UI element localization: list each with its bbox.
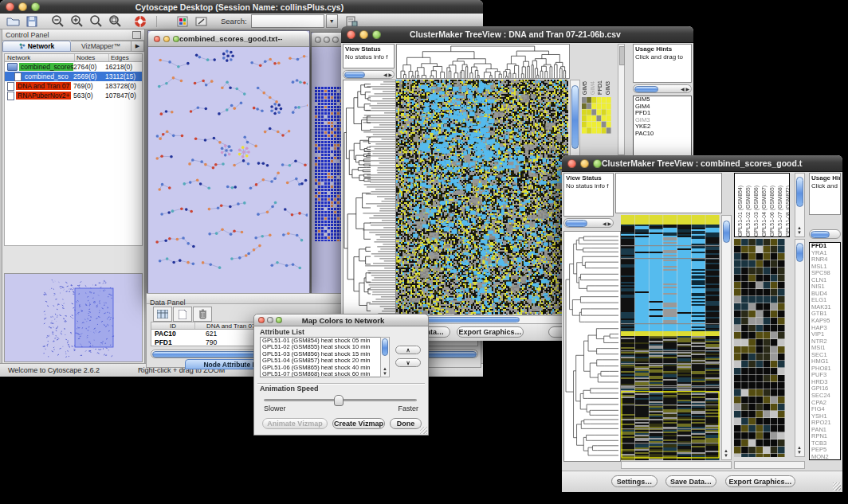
tab-network[interactable]: Network [2, 41, 71, 52]
main-titlebar[interactable]: Cytoscape Desktop (Session Name: collins… [0, 0, 483, 14]
done-button[interactable]: Done [390, 418, 422, 429]
zoom-button[interactable] [276, 317, 282, 323]
tv1-zoom-vscrollbar[interactable] [618, 44, 625, 155]
animate-vizmap-button[interactable]: Animate Vizmap [262, 418, 328, 429]
annotation-icon[interactable] [192, 14, 211, 29]
minimize-button[interactable] [18, 2, 27, 11]
tv2-zoom-vscrollbar[interactable]: ▲▼ [795, 239, 805, 457]
tv1-usage-scrollbar[interactable]: ◀ ▶ [633, 84, 692, 93]
delete-attribute-trash-icon[interactable] [193, 307, 212, 322]
settings-button[interactable]: Settings… [611, 475, 658, 487]
resize-grip[interactable] [420, 427, 427, 434]
treeview2-titlebar[interactable]: ClusterMaker TreeView : combined_scores_… [562, 155, 842, 172]
column-label[interactable]: GIM3 [605, 81, 612, 95]
create-vizmap-button[interactable]: Create Vizmap [332, 418, 385, 429]
tv1-heatmap[interactable] [396, 80, 568, 315]
move-up-button[interactable]: ∧ [395, 346, 421, 354]
resize-grip[interactable] [833, 483, 841, 490]
tv2-genelist-hscrollbar[interactable] [809, 229, 841, 239]
search-input[interactable] [251, 14, 324, 28]
gene-name[interactable]: MON2 [810, 454, 840, 460]
zoom-in-icon[interactable] [67, 14, 86, 29]
export-graphics-button[interactable]: Export Graphics… [457, 326, 524, 338]
tv2-heat-hscrollbar[interactable] [621, 461, 732, 469]
close-button[interactable] [567, 159, 576, 168]
search-dropdown-icon[interactable]: ▼ [326, 14, 338, 28]
animation-speed-slider[interactable] [264, 394, 417, 405]
vizmapper-icon[interactable] [173, 14, 192, 29]
tv2-labels-vscrollbar[interactable]: ▲▼ [795, 173, 805, 237]
tab-overflow-arrow[interactable]: ▶ [132, 41, 144, 52]
column-label[interactable]: GIM5 [582, 81, 589, 95]
network-view-titlebar[interactable]: combined_scores_good.txt--cluste… [148, 31, 309, 47]
network-overview-panel[interactable] [4, 273, 143, 362]
zoom-fit-icon[interactable] [86, 14, 105, 29]
minimize-button[interactable] [359, 30, 368, 39]
float-panel-icon[interactable] [132, 31, 141, 39]
column-label[interactable]: GPL51-06 (GSM865) [768, 186, 775, 236]
new-attribute-icon[interactable] [173, 307, 192, 322]
move-down-button[interactable]: ∨ [395, 358, 421, 367]
column-label[interactable]: GPL51-02 (GSM855) [744, 186, 752, 236]
zoom-selected-icon[interactable] [105, 14, 124, 29]
tv1-row-dendrogram[interactable] [343, 80, 396, 316]
tv2-zoom-heatmap[interactable] [734, 239, 785, 457]
minimize-button[interactable] [324, 37, 330, 43]
table-mode-icon[interactable] [153, 307, 172, 322]
close-button[interactable] [6, 2, 14, 11]
minimize-button[interactable] [163, 36, 170, 42]
col-header-edges[interactable]: Edges [109, 54, 142, 61]
document-icon [7, 92, 14, 100]
column-label[interactable]: GIM4 [590, 81, 597, 95]
treeview1-titlebar[interactable]: ClusterMaker TreeView : DNA and Tran 07-… [341, 26, 693, 43]
export-graphics-button[interactable]: Export Graphics… [725, 475, 795, 487]
data-col-id[interactable]: ID [151, 322, 195, 329]
zoom-button[interactable] [593, 159, 602, 168]
tv2-zoom-hscrollbar[interactable] [734, 461, 805, 469]
close-button[interactable] [154, 36, 160, 42]
column-label[interactable]: GPL51-03 (GSM856) [752, 186, 760, 236]
tv1-column-dendrogram[interactable] [396, 44, 570, 79]
zoom-button[interactable] [372, 30, 381, 39]
column-label[interactable]: PFD1 [597, 80, 604, 95]
tv2-row-dendrogram[interactable] [563, 231, 621, 462]
minimize-button[interactable] [580, 159, 589, 168]
zoom-button[interactable] [332, 37, 339, 43]
attribute-item[interactable]: GPL51-07 (GSM868) heat shock 60 min [261, 371, 380, 377]
save-data-button[interactable]: Save Data… [665, 475, 716, 487]
slider-thumb[interactable] [334, 395, 344, 406]
close-button[interactable] [315, 37, 321, 43]
tv1-status-scrollbar[interactable]: ◀ ▶ [343, 70, 395, 79]
zoom-button[interactable] [31, 2, 40, 11]
dense-network-grid[interactable] [315, 87, 342, 241]
tv2-column-dendrogram[interactable] [615, 173, 722, 213]
tv2-heatmap[interactable] [621, 215, 720, 460]
network-list-row[interactable]: DNA and Tran 07 769(0) 183728(0) [5, 81, 142, 91]
network-list-row[interactable]: combined_sco 2569(6) 13112(15) [5, 72, 142, 81]
tab-vizmapper[interactable]: VizMapper™ [71, 41, 132, 52]
column-label[interactable]: GPL51-04 (GSM857) [760, 186, 768, 236]
help-lifesaver-icon[interactable] [131, 14, 150, 29]
col-header-nodes[interactable]: Nodes [75, 54, 109, 61]
window-controls [6, 2, 40, 11]
save-icon[interactable] [22, 14, 41, 29]
close-button[interactable] [258, 317, 265, 323]
open-file-icon[interactable] [3, 14, 22, 29]
column-label[interactable]: GPL51-08 (GSM872) [784, 186, 790, 236]
network-list-row[interactable]: combined_scores 2764(0) 16218(0) [5, 62, 142, 72]
zoom-button[interactable] [173, 36, 179, 42]
network-canvas[interactable] [148, 47, 308, 293]
tv1-zoom-matrix[interactable] [582, 97, 611, 134]
column-label[interactable]: GPL51-01 (GSM854) [736, 186, 744, 236]
minimize-button[interactable] [267, 317, 273, 323]
column-label[interactable]: GPL51-07 (GSM868) [776, 186, 783, 236]
attribute-list-vscrollbar[interactable]: ▲▼ [380, 337, 390, 377]
zoom-out-icon[interactable] [48, 14, 67, 29]
col-header-network[interactable]: Network [5, 54, 75, 61]
tv2-status-scrollbar[interactable]: ◀ ▶ [563, 218, 614, 228]
network-list-row[interactable]: RNAPuberNov2+ 563(0) 107847(0) [5, 91, 142, 100]
close-button[interactable] [347, 30, 355, 39]
tv2-heat-vscrollbar[interactable]: ▲▼ [721, 215, 732, 460]
dialog-titlebar[interactable]: Map Colors to Network [254, 315, 428, 326]
gene-name[interactable]: PAC10 [634, 131, 691, 138]
